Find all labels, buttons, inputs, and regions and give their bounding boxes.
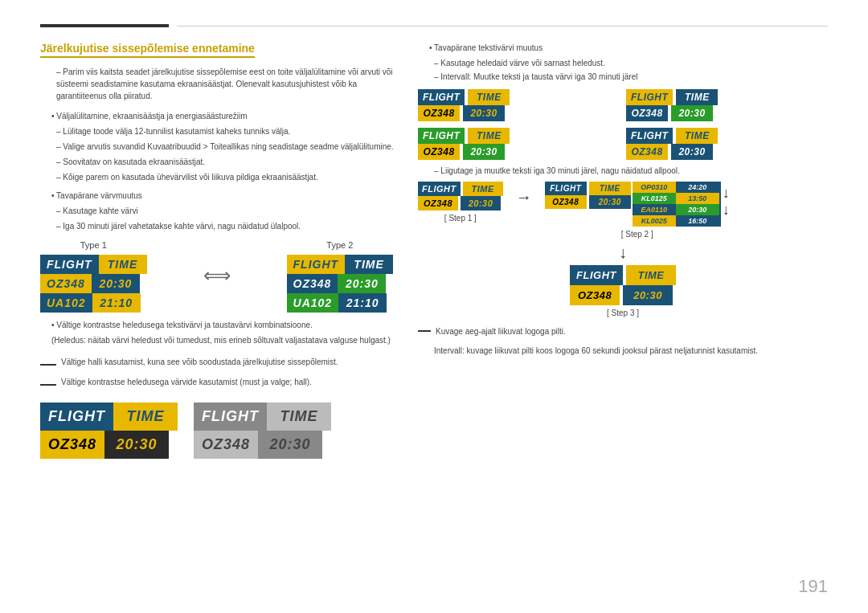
step2-widget-container: FLIGHT TIME OZ348 20:30 — [545, 182, 730, 227]
type2-header-time: TIME — [345, 255, 393, 274]
s2-d: OZ348 20:30 — [545, 195, 631, 209]
down-arrow-1: ↓ — [723, 185, 730, 202]
type1-header-flight: FLIGHT — [40, 255, 99, 274]
gw1-header: FLIGHT TIME — [418, 89, 620, 105]
down-arrow-2: ↓ — [723, 202, 730, 219]
double-down-arrows: ↓ ↓ — [723, 182, 730, 227]
type1-ua-row: UA102 21:10 — [40, 293, 147, 313]
s1-time: TIME — [463, 182, 503, 196]
sub-bullet-1-2: Valige arvutis suvandid Kuvaatribuudid >… — [40, 141, 394, 153]
gw1-data: OZ348 20:30 — [418, 105, 620, 121]
type1-widget: FLIGHT TIME OZ348 20:30 UA102 21:10 — [40, 255, 147, 313]
bw-black-oz-row: OZ348 20:30 — [40, 431, 178, 459]
sub-bullet-2-2: Iga 30 minuti järel vahetatakse kahte vä… — [40, 220, 394, 232]
step-arrow-right: → — [516, 182, 532, 206]
grid-widget-2: FLIGHT TIME OZ348 20:30 — [626, 89, 828, 121]
gw2-flight: FLIGHT — [626, 89, 673, 105]
type1-oz-code: OZ348 — [40, 274, 92, 293]
gw3-header: FLIGHT TIME — [418, 128, 620, 144]
grid-widget-4: FLIGHT TIME OZ348 20:30 — [626, 128, 828, 160]
type2-widget: FLIGHT TIME OZ348 20:30 UA102 21:10 — [287, 255, 394, 313]
sub-bullet-1-1: Lülitage toode välja 12-tunnilist kasuta… — [40, 125, 394, 137]
bw-gray-flight-label: FLIGHT — [194, 403, 267, 431]
s2-line-2: KL0125 13:50 — [633, 193, 721, 204]
gw4-ftime: 20:30 — [671, 144, 713, 160]
page-number: 191 — [798, 576, 828, 597]
s2-l4-code: KL0025 — [633, 215, 676, 227]
s2-l1-code: OP0310 — [633, 182, 676, 193]
steps-row-1-2: FLIGHT TIME OZ348 20:30 [ Step 1 ] — [418, 182, 828, 239]
steps-intro: Liigutage ja muutke teksti iga 30 minuti… — [418, 166, 828, 175]
s1-data: OZ348 20:30 — [418, 196, 503, 210]
gw2-time: TIME — [676, 89, 718, 105]
warning-rule-1 — [40, 364, 56, 366]
warning-line-2: Vältige kontrastse heledusega värvide ka… — [61, 376, 312, 388]
s2-co: OZ348 — [545, 195, 587, 209]
bullet-1: Väljalülitamine, ekraanisäästja ja energ… — [40, 110, 394, 122]
type1-block: Type 1 FLIGHT TIME OZ348 20:30 UA102 21: — [40, 240, 147, 313]
step2-multiline: OP0310 24:20 KL0125 13:50 EA0110 20:30 — [633, 182, 721, 227]
page: Järelkujutise sissepõlemise ennetamine P… — [0, 0, 868, 613]
warning-rule-2 — [40, 384, 56, 386]
s2-ti: TIME — [589, 182, 631, 195]
gw1-code: OZ348 — [418, 105, 460, 121]
type2-header-row: FLIGHT TIME — [287, 255, 394, 274]
gw4-header: FLIGHT TIME — [626, 128, 828, 144]
footer-dash-text: Kuvage aeg-ajalt liikuvat logoga pilti. — [436, 325, 566, 337]
rule-light — [177, 26, 828, 27]
type2-ua-time: 21:10 — [338, 293, 387, 313]
type-comparison: Type 1 FLIGHT TIME OZ348 20:30 UA102 21: — [40, 240, 394, 313]
type2-block: Type 2 FLIGHT TIME OZ348 20:30 UA102 21: — [287, 240, 394, 313]
gw3-flight: FLIGHT — [418, 128, 465, 144]
type1-oz-row: OZ348 20:30 — [40, 274, 147, 293]
gw2-data: OZ348 20:30 — [626, 105, 828, 121]
sub-bullet-1-4: Kõige parem on kasutada ühevärvilist või… — [40, 171, 394, 183]
footer-rule — [418, 330, 431, 332]
gw3-code: OZ348 — [418, 144, 460, 160]
bw-black-flight-label: FLIGHT — [40, 403, 113, 431]
s3-time: TIME — [626, 265, 676, 285]
footer-text: Intervall: kuvage liikuvat pilti koos lo… — [418, 345, 828, 357]
step3-widget: FLIGHT TIME OZ348 20:30 — [570, 265, 676, 305]
s2-line-1: OP0310 24:20 — [633, 182, 721, 193]
gw2-code: OZ348 — [626, 105, 668, 121]
contrast-bullet-1: Vältige kontrastse heledusega tekstivärv… — [40, 319, 394, 331]
left-column: Järelkujutise sissepõlemise ennetamine P… — [40, 42, 394, 597]
gw3-time: TIME — [468, 128, 510, 144]
s2-fl: FLIGHT — [545, 182, 587, 195]
type1-ua-time: 21:10 — [92, 293, 141, 313]
contrast-bullet-2: (Heledus: näitab värvi heledust või tume… — [40, 334, 394, 346]
top-rules — [40, 24, 828, 27]
s3-data: OZ348 20:30 — [570, 285, 676, 305]
bottom-widgets: FLIGHT TIME OZ348 20:30 FLIGHT TIME — [40, 403, 394, 459]
gw4-flight: FLIGHT — [626, 128, 673, 144]
s1-header: FLIGHT TIME — [418, 182, 503, 196]
step3-arrow: ↓ — [619, 243, 627, 262]
content-area: Järelkujutise sissepõlemise ennetamine P… — [40, 42, 828, 597]
widget-grid: FLIGHT TIME OZ348 20:30 FLIGHT — [418, 89, 828, 160]
gw4-code: OZ348 — [626, 144, 668, 160]
s1-flight: FLIGHT — [418, 182, 461, 196]
gw2-header: FLIGHT TIME — [626, 89, 828, 105]
s3-header: FLIGHT TIME — [570, 265, 676, 285]
bw-gray-header: FLIGHT TIME — [194, 403, 331, 431]
gw1-ftime: 20:30 — [463, 105, 505, 121]
steps-section: Liigutage ja muutke teksti iga 30 minuti… — [418, 166, 828, 357]
gw1-flight: FLIGHT — [418, 89, 465, 105]
step3-label: [ Step 3 ] — [607, 309, 639, 317]
step3-section: ↓ FLIGHT TIME OZ348 20:30 [ St — [418, 243, 828, 317]
s3-ftime: 20:30 — [623, 285, 673, 305]
step2-left: FLIGHT TIME OZ348 20:30 — [545, 182, 631, 227]
type2-oz-row: OZ348 20:30 — [287, 274, 394, 293]
step1-block: FLIGHT TIME OZ348 20:30 [ Step 1 ] — [418, 182, 503, 223]
bw-black-oz-code: OZ348 — [40, 431, 104, 459]
gw4-data: OZ348 20:30 — [626, 144, 828, 160]
type1-oz-time: 20:30 — [92, 274, 140, 293]
bw-gray-time-label: TIME — [267, 403, 331, 431]
type1-label: Type 1 — [80, 240, 107, 250]
rule-dark — [40, 24, 169, 27]
step2-block: FLIGHT TIME OZ348 20:30 — [545, 182, 730, 239]
type1-ua-code: UA102 — [40, 293, 92, 313]
right-column: Tavapärane tekstivärvi muutus Kasutage h… — [418, 42, 828, 597]
grid-widget-3: FLIGHT TIME OZ348 20:30 — [418, 128, 620, 160]
